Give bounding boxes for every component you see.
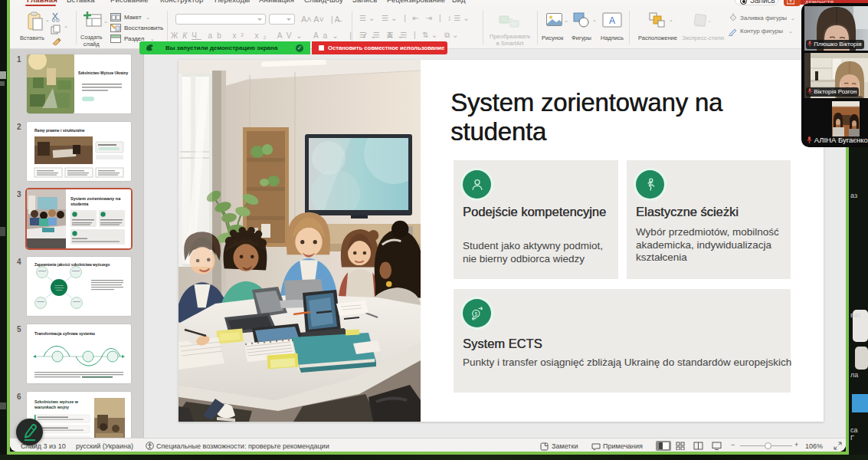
- svg-text:System zorientowany na: System zorientowany na: [70, 196, 121, 201]
- svg-text:Szkolnictwo Wyższe Ukrainy: Szkolnictwo Wyższe Ukrainy: [78, 71, 129, 75]
- svg-text:studenta: studenta: [70, 202, 89, 206]
- svg-text:Ramy prawne i strukturalne: Ramy prawne i strukturalne: [34, 128, 85, 133]
- svg-text:Transformacja cyfrowa systemu: Transformacja cyfrowa systemu: [34, 331, 95, 336]
- svg-text:Zapewnienie jakości szkolnictw: Zapewnienie jakości szkolnictwa wyższego: [34, 263, 110, 267]
- svg-text:$: $: [474, 310, 477, 316]
- svg-text:A: A: [609, 15, 615, 26]
- svg-text:Jakości: Jakości: [56, 289, 62, 291]
- svg-text:warunkach wojny: warunkach wojny: [34, 405, 69, 409]
- svg-text:Szkolnictwo wyższe w: Szkolnictwo wyższe w: [34, 399, 79, 404]
